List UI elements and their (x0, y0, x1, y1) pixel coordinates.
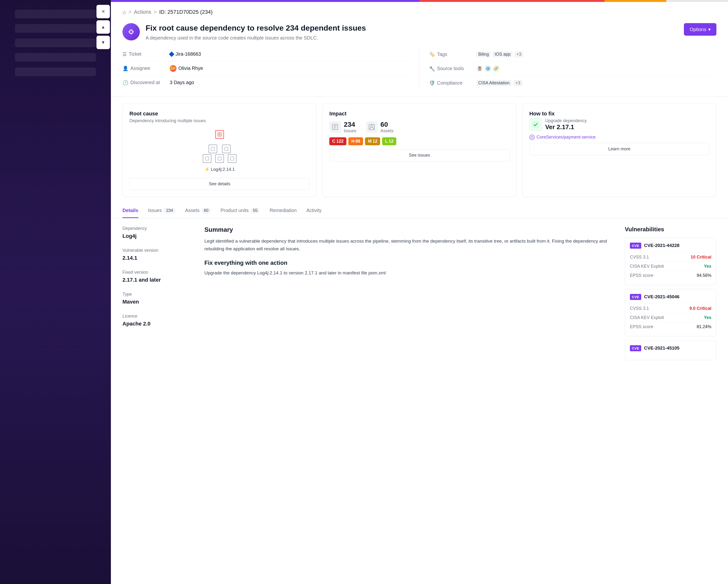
fix-repo-name: CoreServices/payment-service (537, 135, 596, 140)
meta-assignee: 👤 Assignee OR Olivia Rhye (123, 61, 410, 76)
fix-content: Upgrade dependency Ver 2.17.1 CoreServic… (529, 118, 709, 140)
dep-node-bot-3 (228, 154, 236, 163)
meta-ticket-label: ☰ Ticket (123, 51, 166, 57)
svg-rect-10 (230, 157, 234, 160)
shield-icon: 🛡️ (429, 80, 435, 86)
sev-h-count: 88 (355, 139, 360, 144)
scroll-up-button[interactable]: ▲ (97, 20, 110, 34)
details-content: Dependency Log4j Vulnerable version 2.14… (111, 226, 728, 376)
vuln-3-header: CVE CVE-2021-45105 (630, 345, 711, 351)
severity-medium: M 12 (365, 137, 380, 145)
meta-tags-value: Biling IOS app +3 (476, 51, 523, 57)
meta-compliance-value: CISA Attestation +3 (476, 80, 522, 86)
detail-type-label: Type (123, 292, 195, 297)
tab-issues[interactable]: Issues 234 (148, 204, 176, 218)
summary-text: Legit identified a vulnerable dependency… (204, 237, 615, 253)
fix-title: How to fix (529, 111, 709, 117)
fix-version-value: Ver 2.17.1 (545, 123, 587, 131)
options-chevron-icon: ▾ (708, 27, 711, 32)
vuln-card-3: CVE CVE-2021-45105 (625, 340, 717, 360)
progress-segment-3 (604, 0, 666, 2)
how-to-fix-card: How to fix Upgrade dependency Ver 2.17.1… (522, 104, 717, 197)
meta-compliance-label: 🛡️ Compliance (429, 80, 472, 86)
breadcrumb: ⌂ > Actions > ID: 2571D70D25 (234) (111, 2, 728, 19)
tab-activity[interactable]: Activity (306, 204, 321, 218)
meta-discovered: 🕐 Discovered at 3 Days ago (123, 76, 410, 89)
scroll-down-button[interactable]: ▼ (97, 36, 110, 49)
summary-title: Summary (204, 226, 615, 233)
close-button[interactable]: ✕ (97, 5, 110, 18)
detail-vuln-version-value: 2.14.1 (123, 255, 195, 261)
dep-node-mid-2 (222, 144, 231, 153)
details-left: Dependency Log4j Vulnerable version 2.14… (123, 226, 195, 364)
vuln-card-1: CVE CVE-2021-44228 CVSS 3.1 10 Critical … (625, 238, 717, 285)
see-issues-button[interactable]: See issues (329, 149, 509, 161)
tab-issues-count: 234 (164, 208, 175, 214)
progress-bar (111, 0, 728, 2)
tag-more: +3 (514, 51, 523, 57)
breadcrumb-actions[interactable]: Actions (134, 9, 151, 15)
see-details-button[interactable]: See details (129, 178, 310, 190)
tab-product-units[interactable]: Product units 55 (220, 204, 260, 218)
svg-rect-14 (532, 121, 539, 128)
tag-icon: 🏷️ (429, 51, 435, 57)
assets-count: 60 (381, 121, 393, 129)
meta-source-tools: 🔧 Source tools 🦉 ⚙️ 🔗 (429, 61, 717, 76)
detail-fixed-version-label: Fixed version (123, 270, 195, 275)
cve-badge-2: CVE (630, 294, 641, 300)
svg-rect-8 (205, 157, 209, 160)
sev-c-label: C (332, 139, 335, 144)
meta-assignee-label: 👤 Assignee (123, 65, 166, 71)
issue-title: Fix root cause dependency to resolve 234… (146, 23, 678, 33)
cve-id-2: CVE-2021-45046 (644, 294, 680, 300)
jira-diamond-icon (169, 51, 175, 57)
dependency-diagram: ⚡ Log4j:2.14.1 (129, 127, 310, 175)
issues-icon-box (329, 121, 341, 133)
home-icon[interactable]: ⌂ (123, 9, 126, 16)
details-right: Vulnerabilities CVE CVE-2021-44228 CVSS … (625, 226, 717, 364)
dep-node-bot-2 (215, 154, 224, 163)
detail-licence-label: Licence (123, 314, 195, 319)
dep-node-top (215, 130, 224, 139)
fix-check-icon (529, 118, 542, 131)
vuln-card-2: CVE CVE-2021-45046 CVSS 3.1 9.0 Critical… (625, 289, 717, 336)
learn-more-button[interactable]: Learn more (529, 143, 709, 155)
detail-dependency-label: Dependency (123, 226, 195, 231)
svg-rect-9 (218, 157, 221, 160)
progress-segment-2 (419, 0, 604, 2)
tab-details[interactable]: Details (123, 204, 138, 218)
tab-product-units-count: 55 (251, 208, 260, 214)
dep-label: ⚡ Log4j:2.14.1 (204, 167, 235, 172)
fix-upgrade-label: Upgrade dependency (545, 118, 587, 123)
compliance-more: +3 (514, 80, 522, 86)
breadcrumb-id: ID: 2571D70D25 (234) (159, 9, 212, 15)
assets-icon-box (366, 121, 378, 133)
tab-remediation[interactable]: Remediation (269, 204, 296, 218)
root-cause-title: Root cause (129, 111, 310, 117)
tool-icon: 🔧 (429, 66, 435, 72)
vuln-2-kev: CISA KEV Exploit Yes (630, 313, 711, 322)
options-button[interactable]: Options ▾ (684, 23, 717, 36)
source-icon-2: ⚙️ (485, 65, 491, 72)
meta-ticket: ☰ Ticket Jira-168663 (123, 48, 410, 61)
fix-repo: CoreServices/payment-service (529, 135, 709, 140)
compliance-tag: CISA Attestation (476, 80, 512, 86)
svg-point-15 (529, 135, 535, 140)
metadata-right: 🏷️ Tags Biling IOS app +3 🔧 Source tools… (419, 48, 717, 90)
detail-type-value: Maven (123, 299, 195, 305)
detail-dependency: Dependency Log4j (123, 226, 195, 239)
lightning-icon: ⚡ (204, 167, 210, 172)
source-icon-1: 🦉 (476, 65, 483, 72)
sev-l-count: 12 (389, 139, 393, 144)
issues-count: 234 (344, 121, 356, 129)
severity-critical: C 122 (329, 137, 346, 145)
cards-row: Root cause Dependency introducing multip… (111, 97, 728, 204)
vuln-2-cvss: CVSS 3.1 9.0 Critical (630, 304, 711, 313)
vulnerabilities-title: Vulnerabilities (625, 226, 717, 233)
cve-badge-3: CVE (630, 345, 641, 351)
root-cause-card: Root cause Dependency introducing multip… (123, 104, 316, 197)
sev-l-label: L (385, 139, 388, 144)
tab-assets[interactable]: Assets 60 (185, 204, 211, 218)
vuln-1-cvss: CVSS 3.1 10 Critical (630, 252, 711, 262)
severity-low: L 12 (382, 137, 396, 145)
